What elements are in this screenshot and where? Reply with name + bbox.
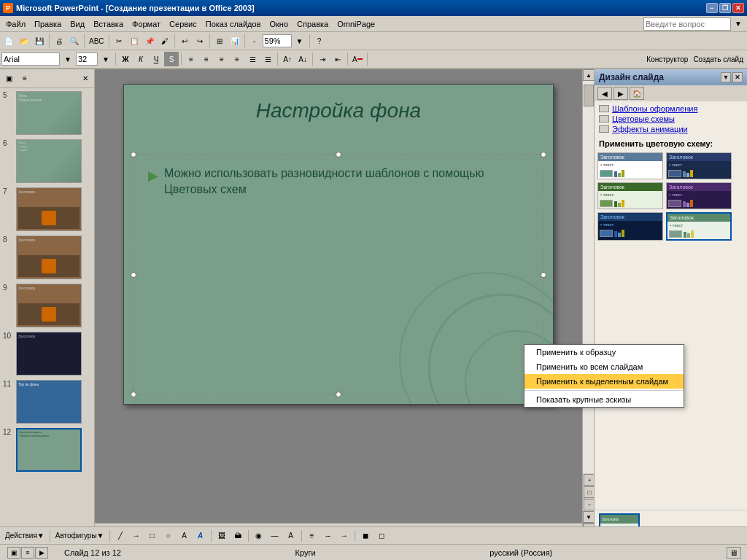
- color-scheme-2[interactable]: Заголовок • текст: [666, 152, 732, 179]
- ctx-apply-selected[interactable]: Применить к выделенным слайдам: [525, 374, 684, 389]
- menu-omnipage[interactable]: OmniPage: [333, 18, 379, 30]
- panel-menu-button[interactable]: ▼: [721, 72, 731, 82]
- save-button[interactable]: 💾: [32, 34, 47, 48]
- font-size-dropdown[interactable]: ▼: [98, 52, 113, 66]
- font-name-dropdown[interactable]: ▼: [61, 52, 75, 66]
- slide-vscrollbar[interactable]: ▲ + □ − ▼: [582, 69, 594, 523]
- normal-view-btn[interactable]: ▣: [7, 547, 20, 559]
- slideshow-view-btn[interactable]: ▶: [35, 547, 48, 559]
- help-search-button[interactable]: ▼: [731, 17, 746, 31]
- undo-button[interactable]: ↩: [177, 34, 192, 48]
- shadow-style-btn[interactable]: ◼: [358, 529, 373, 543]
- redo-button[interactable]: ↪: [193, 34, 207, 48]
- oval-tool[interactable]: ○: [161, 529, 176, 543]
- slide-thumb-8[interactable]: 8 Заголовок: [3, 236, 91, 279]
- handle-tr[interactable]: [541, 152, 546, 158]
- slide-thumb-9[interactable]: 9 Заголовок: [3, 284, 91, 327]
- insert-chart[interactable]: 📊: [228, 34, 242, 48]
- font-name-input[interactable]: [1, 52, 60, 66]
- ctx-show-large[interactable]: Показать крупные эскизы: [525, 392, 684, 407]
- align-center[interactable]: ≡: [199, 52, 214, 66]
- 3d-style-btn[interactable]: ◻: [374, 529, 389, 543]
- create-slide-button[interactable]: Создать слайд: [691, 52, 746, 66]
- help-button[interactable]: ?: [312, 34, 327, 48]
- slide-thumb-5[interactable]: 5 ТемаПодзаголовок: [3, 91, 91, 135]
- decrease-indent[interactable]: ⇤: [330, 52, 345, 66]
- link-templates[interactable]: Шаблоны оформления: [599, 104, 743, 113]
- scroll-up[interactable]: ▲: [583, 69, 594, 81]
- line-tool[interactable]: ╱: [113, 529, 128, 543]
- minimize-button[interactable]: −: [706, 3, 718, 13]
- link-animation[interactable]: Эффекты анимации: [599, 125, 743, 133]
- font-color-btn2[interactable]: A: [284, 529, 298, 543]
- handle-ml[interactable]: [131, 272, 136, 278]
- restore-button[interactable]: ❐: [719, 3, 731, 13]
- slide-thumb-7[interactable]: 7 Заголовок: [3, 187, 91, 231]
- insert-picture[interactable]: 🏔: [231, 529, 245, 543]
- nav-back[interactable]: ◀: [597, 87, 612, 100]
- textbox-tool[interactable]: A: [177, 529, 192, 543]
- slide-thumb-11[interactable]: 11 Тур по фону: [3, 380, 91, 424]
- autoshapes-menu[interactable]: Автофигуры▼: [53, 529, 107, 543]
- handle-mr[interactable]: [541, 272, 546, 278]
- fill-color-btn[interactable]: ◉: [252, 529, 266, 543]
- align-right[interactable]: ≡: [214, 52, 229, 66]
- underline-button[interactable]: Ч: [149, 52, 163, 66]
- increase-indent[interactable]: ⇥: [315, 52, 330, 66]
- rectangle-tool[interactable]: □: [145, 529, 160, 543]
- close-panel[interactable]: ✕: [78, 71, 93, 86]
- panel-close-button[interactable]: ✕: [732, 72, 743, 82]
- menu-insert[interactable]: Вставка: [89, 18, 128, 30]
- arrow-tool[interactable]: →: [129, 529, 144, 543]
- menu-help[interactable]: Справка: [293, 18, 333, 30]
- new-button[interactable]: 📄: [1, 34, 16, 48]
- clipart-tool[interactable]: 🖼: [214, 529, 229, 543]
- justify[interactable]: ≡: [230, 52, 244, 66]
- insert-table[interactable]: ⊞: [212, 34, 227, 48]
- slide-thumb-6[interactable]: 6 Тема• пункт• пункт: [3, 139, 91, 183]
- line-color-btn[interactable]: —: [268, 529, 282, 543]
- font-size-input[interactable]: [76, 52, 98, 66]
- slides-tab[interactable]: ▣: [1, 71, 16, 86]
- zoom-out-btn[interactable]: −: [584, 499, 594, 510]
- actions-menu[interactable]: Действия▼: [3, 529, 47, 543]
- open-button[interactable]: 📂: [17, 34, 31, 48]
- ctx-apply-master[interactable]: Применить к образцу: [525, 345, 684, 359]
- handle-bl[interactable]: [131, 392, 136, 397]
- color-scheme-5[interactable]: Заголовок • текст: [597, 212, 663, 241]
- ctx-apply-all[interactable]: Применить ко всем слайдам: [525, 359, 684, 374]
- copy-button[interactable]: 📋: [127, 34, 142, 48]
- handle-tl[interactable]: [131, 152, 136, 158]
- increase-font[interactable]: A↑: [280, 52, 295, 66]
- slide-thumb-10[interactable]: 10 Заголовок: [3, 332, 91, 376]
- menu-edit[interactable]: Правка: [30, 18, 66, 30]
- align-left[interactable]: ≡: [184, 52, 198, 66]
- italic-button[interactable]: К: [133, 52, 148, 66]
- menu-file[interactable]: Файл: [1, 18, 30, 30]
- menu-window[interactable]: Окно: [266, 18, 293, 30]
- zoom-in-btn[interactable]: +: [584, 474, 594, 486]
- outline-view-btn[interactable]: ≡: [21, 547, 34, 559]
- spell-button[interactable]: ABC: [87, 34, 107, 48]
- handle-bm[interactable]: [336, 392, 341, 397]
- decrease-font[interactable]: A↓: [295, 52, 310, 66]
- shadow-button[interactable]: S: [164, 52, 179, 66]
- color-scheme-4[interactable]: Заголовок • текст: [666, 182, 732, 209]
- designer-button[interactable]: Конструктор: [644, 52, 690, 66]
- dash-style-btn[interactable]: --: [321, 529, 336, 543]
- wordart-tool[interactable]: A: [193, 529, 208, 543]
- nav-forward[interactable]: ▶: [614, 87, 628, 100]
- numbering[interactable]: ☰: [260, 52, 275, 66]
- slide-canvas[interactable]: Настройка фона: [123, 84, 554, 405]
- paste-button[interactable]: 📌: [142, 34, 157, 48]
- help-search-input[interactable]: [643, 18, 731, 31]
- menu-slideshow[interactable]: Показ слайдов: [201, 18, 266, 30]
- slide-thumb-12[interactable]: 12 Настройка фона• Можно использовать: [3, 428, 91, 472]
- arrow-style-btn[interactable]: →: [337, 529, 352, 543]
- outline-tab[interactable]: ≡: [18, 71, 32, 86]
- color-scheme-1[interactable]: Заголовок • текст: [597, 152, 663, 179]
- menu-format[interactable]: Формат: [128, 18, 165, 30]
- color-scheme-6-selected[interactable]: Заголовок • текст: [666, 212, 732, 241]
- zoom-fit-btn[interactable]: □: [584, 486, 594, 498]
- zoom-out[interactable]: -: [247, 34, 262, 48]
